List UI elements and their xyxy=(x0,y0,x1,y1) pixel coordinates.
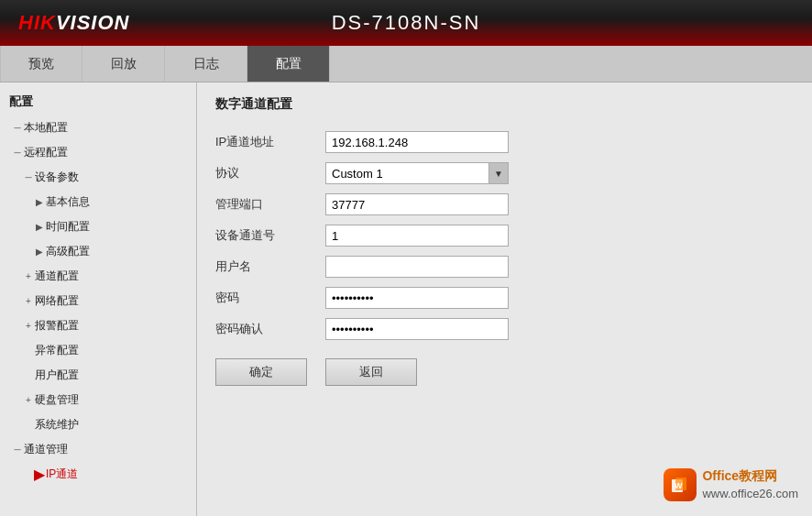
form-row-confirm-password: 密码确认 xyxy=(215,318,794,340)
protocol-select-wrapper: Custom 1 HIKVISION ONVIF ▼ xyxy=(325,162,509,184)
sidebar-item-time-config[interactable]: ▶ 时间配置 xyxy=(0,214,196,239)
sidebar: 配置 ─ 本地配置 ─ 远程配置 ─ 设备参数 ▶ 基本 xyxy=(0,82,197,516)
button-row: 确定 返回 xyxy=(215,358,794,386)
sidebar-item-channel-config[interactable]: + 通道配置 xyxy=(0,264,196,289)
label-ip-address: IP通道地址 xyxy=(215,134,325,150)
sidebar-item-disk-manage[interactable]: + 硬盘管理 xyxy=(0,388,196,412)
input-confirm-password[interactable] xyxy=(325,318,509,340)
tab-playback[interactable]: 回放 xyxy=(82,46,165,82)
minus-icon: ─ xyxy=(11,123,24,133)
back-button[interactable]: 返回 xyxy=(325,358,417,386)
spacer-icon xyxy=(22,370,35,380)
label-mgmt-port: 管理端口 xyxy=(215,196,325,213)
label-protocol: 协议 xyxy=(215,165,325,181)
arrow-icon: ▶ xyxy=(33,247,46,257)
sidebar-item-remote-config[interactable]: ─ 远程配置 xyxy=(0,140,196,165)
confirm-button[interactable]: 确定 xyxy=(215,358,307,386)
dot-icon: ▶ xyxy=(33,467,46,482)
select-protocol[interactable]: Custom 1 HIKVISION ONVIF xyxy=(325,162,509,184)
plus-icon: + xyxy=(22,296,35,306)
sidebar-item-advanced-config[interactable]: ▶ 高级配置 xyxy=(0,239,196,264)
form-row-mgmt-port: 管理端口 xyxy=(215,193,794,215)
sidebar-item-sys-maintain[interactable]: 系统维护 xyxy=(0,412,196,437)
sidebar-item-local-config[interactable]: ─ 本地配置 xyxy=(0,115,196,140)
sidebar-item-channel-manage[interactable]: ─ 通道管理 xyxy=(0,437,196,462)
arrow-icon: ▶ xyxy=(33,197,46,207)
form-row-ip: IP通道地址 xyxy=(215,131,794,153)
logo: HIKVISION xyxy=(18,11,129,35)
tab-log[interactable]: 日志 xyxy=(165,46,247,82)
sidebar-item-ip-channel[interactable]: ▶ IP通道 xyxy=(0,462,196,487)
spacer-icon xyxy=(22,346,35,356)
sidebar-item-network-config[interactable]: + 网络配置 xyxy=(0,289,196,313)
input-username[interactable] xyxy=(325,256,509,278)
form-row-protocol: 协议 Custom 1 HIKVISION ONVIF ▼ xyxy=(215,162,794,184)
plus-icon: + xyxy=(22,395,35,405)
tab-preview[interactable]: 预览 xyxy=(0,46,82,82)
device-title: DS-7108N-SN xyxy=(332,11,481,35)
content-title: 数字通道配置 xyxy=(215,96,794,117)
content-area: 数字通道配置 IP通道地址 协议 Custom 1 HIKVISION ONVI… xyxy=(197,82,812,516)
watermark-icon: W xyxy=(664,468,697,501)
label-password: 密码 xyxy=(215,290,325,306)
input-ip-address[interactable] xyxy=(325,131,509,153)
form-row-device-channel: 设备通道号 xyxy=(215,225,794,247)
input-mgmt-port[interactable] xyxy=(325,193,509,215)
plus-icon: + xyxy=(22,271,35,281)
minus-icon: ─ xyxy=(11,445,24,455)
input-device-channel[interactable] xyxy=(325,225,509,247)
minus-icon: ─ xyxy=(11,148,24,158)
sidebar-item-user-config[interactable]: 用户配置 xyxy=(0,363,196,388)
form-row-password: 密码 xyxy=(215,287,794,309)
spacer-icon xyxy=(22,420,35,430)
watermark: W Office教程网 www.office26.com xyxy=(664,467,798,502)
form-row-username: 用户名 xyxy=(215,256,794,278)
arrow-icon: ▶ xyxy=(33,222,46,232)
minus-icon: ─ xyxy=(22,172,35,182)
plus-icon: + xyxy=(22,321,35,331)
label-device-channel: 设备通道号 xyxy=(215,227,325,244)
label-confirm-password: 密码确认 xyxy=(215,321,325,337)
sidebar-item-basic-info[interactable]: ▶ 基本信息 xyxy=(0,190,196,214)
svg-text:W: W xyxy=(675,481,683,490)
sidebar-item-exception-config[interactable]: 异常配置 xyxy=(0,338,196,363)
sidebar-item-device-params[interactable]: ─ 设备参数 xyxy=(0,165,196,190)
label-username: 用户名 xyxy=(215,258,325,275)
input-password[interactable] xyxy=(325,287,509,309)
sidebar-item-alarm-config[interactable]: + 报警配置 xyxy=(0,313,196,338)
tab-config[interactable]: 配置 xyxy=(247,46,330,82)
main-layout: 配置 ─ 本地配置 ─ 远程配置 ─ 设备参数 ▶ 基本 xyxy=(0,82,812,516)
watermark-text: Office教程网 www.office26.com xyxy=(702,467,798,502)
header: HIKVISION DS-7108N-SN xyxy=(0,0,812,46)
nav-tabs: 预览 回放 日志 配置 xyxy=(0,46,812,82)
office-icon: W xyxy=(670,475,690,495)
sidebar-header: 配置 xyxy=(0,90,196,115)
